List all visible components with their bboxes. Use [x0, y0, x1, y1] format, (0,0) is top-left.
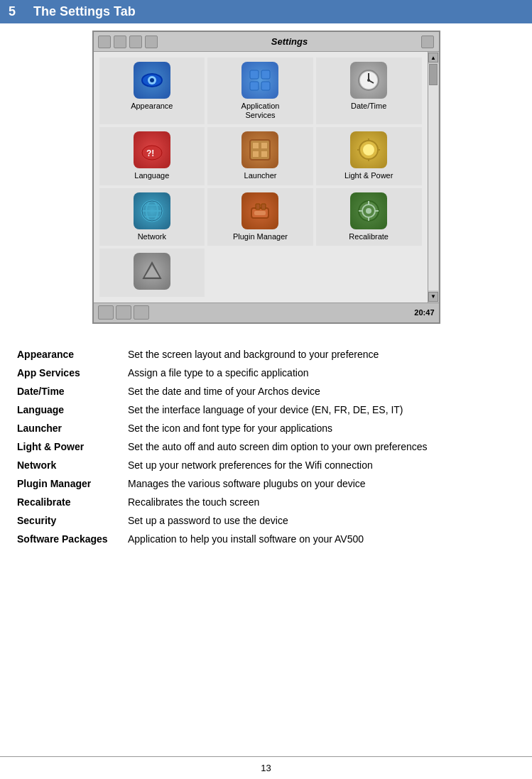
- definition-row: Date/TimeSet the date and time of your A…: [14, 382, 518, 401]
- appearance-icon: [134, 62, 170, 99]
- svg-rect-5: [250, 82, 259, 90]
- bottom-icon-3: [134, 305, 149, 320]
- recalibrate-label: Recalibrate: [349, 232, 389, 241]
- language-icon: ?!: [134, 131, 170, 168]
- settings-item-launcher[interactable]: Launcher: [207, 127, 313, 185]
- svg-point-11: [367, 79, 370, 82]
- bottom-left-icons: [98, 305, 149, 320]
- page-wrapper: 5 The Settings Tab Settings: [0, 0, 532, 779]
- settings-item-recalibrate[interactable]: Recalibrate: [316, 188, 422, 246]
- extra1-icon: [134, 253, 170, 290]
- screen-main: Appearance Applicat: [94, 52, 428, 303]
- settings-item-language[interactable]: ?! Language: [99, 127, 205, 185]
- scrollbar-down-button[interactable]: ▼: [428, 292, 438, 302]
- svg-rect-32: [256, 204, 260, 209]
- page-footer: 13: [0, 756, 532, 779]
- svg-point-20: [363, 144, 374, 156]
- definition-row: Plugin ManagerManages the various softwa…: [14, 474, 518, 493]
- launcher-label: Launcher: [244, 171, 277, 180]
- bottom-icon-2: [116, 305, 131, 320]
- svg-rect-15: [253, 143, 259, 148]
- device-screen: Settings: [92, 31, 440, 324]
- definition-desc: Assign a file type to a specific applica…: [121, 364, 518, 382]
- definition-desc: Set the date and time of your Archos dev…: [121, 382, 518, 401]
- settings-item-extra1[interactable]: [99, 249, 205, 297]
- definitions-table: AppearanceSet the screen layout and back…: [14, 345, 518, 548]
- svg-text:?!: ?!: [146, 148, 154, 158]
- definition-row: SecuritySet up a password to use the dev…: [14, 511, 518, 530]
- appservices-label: ApplicationServices: [241, 102, 280, 120]
- settings-item-datetime[interactable]: Date/Time: [316, 58, 422, 124]
- language-label: Language: [134, 171, 169, 180]
- page-title: The Settings Tab: [33, 4, 136, 18]
- definition-desc: Manages the various software plugubs on …: [121, 474, 518, 493]
- definition-row: Software PackagesApplication to help you…: [14, 530, 518, 548]
- content-area: AppearanceSet the screen layout and back…: [0, 338, 532, 562]
- definition-desc: Recalibrates the touch screen: [121, 493, 518, 511]
- bottom-icon-1: [98, 305, 114, 320]
- pluginmgr-label: Plugin Manager: [233, 232, 288, 241]
- lightpower-icon: [350, 131, 387, 168]
- network-label: Network: [138, 232, 166, 241]
- svg-rect-17: [253, 151, 259, 157]
- definition-term: Launcher: [14, 419, 121, 437]
- settings-item-appearance[interactable]: Appearance: [99, 58, 205, 124]
- svg-point-2: [150, 78, 154, 82]
- screen-bottom-bar: 20:47: [94, 303, 439, 322]
- screen-title: Settings: [271, 36, 308, 47]
- definition-desc: Application to help you install software…: [121, 530, 518, 548]
- definition-desc: Set up a password to use the device: [121, 511, 518, 530]
- scrollbar-thumb[interactable]: [429, 64, 438, 85]
- screen-titlebar: Settings: [94, 32, 439, 52]
- definition-term: Network: [14, 456, 121, 474]
- svg-rect-18: [261, 151, 267, 157]
- scrollbar-track: [428, 64, 438, 290]
- definition-desc: Set the icon and font type for your appl…: [121, 419, 518, 437]
- titlebar-icon-right: [421, 36, 434, 48]
- recalibrate-icon: [350, 192, 387, 229]
- svg-rect-33: [261, 204, 266, 209]
- definition-row: NetworkSet up your network preferences f…: [14, 456, 518, 474]
- svg-rect-34: [254, 211, 266, 215]
- page-number: 13: [261, 763, 271, 773]
- settings-item-appservices[interactable]: ApplicationServices: [207, 58, 313, 124]
- appservices-icon: [241, 62, 278, 99]
- definition-desc: Set the interface language of your devic…: [121, 401, 518, 419]
- svg-rect-4: [261, 70, 270, 79]
- titlebar-left-icons: [98, 36, 158, 48]
- datetime-label: Date/Time: [351, 102, 386, 111]
- definition-row: LauncherSet the icon and font type for y…: [14, 419, 518, 437]
- definition-term: Date/Time: [14, 382, 121, 401]
- launcher-icon: [241, 131, 278, 168]
- lightpower-label: Light & Power: [344, 171, 393, 180]
- screenshot-container: Settings: [14, 31, 518, 324]
- titlebar-icon-1: [98, 36, 111, 48]
- appearance-label: Appearance: [131, 102, 173, 111]
- definition-row: AppearanceSet the screen layout and back…: [14, 345, 518, 364]
- screen-content: Appearance Applicat: [94, 52, 428, 303]
- definition-term: Light & Power: [14, 437, 121, 456]
- definition-desc: Set up your network preferences for the …: [121, 456, 518, 474]
- bottom-time: 20:47: [414, 308, 434, 317]
- screen-wrapper: Appearance Applicat: [94, 52, 439, 303]
- network-icon: [134, 192, 170, 229]
- definition-term: Software Packages: [14, 530, 121, 548]
- definition-row: LanguageSet the interface language of yo…: [14, 401, 518, 419]
- svg-rect-6: [261, 82, 270, 90]
- svg-point-37: [366, 208, 371, 214]
- settings-item-pluginmgr[interactable]: Plugin Manager: [207, 188, 313, 246]
- scrollbar[interactable]: ▲ ▼: [428, 52, 439, 303]
- definition-row: App ServicesAssign a file type to a spec…: [14, 364, 518, 382]
- svg-rect-16: [261, 143, 267, 148]
- scrollbar-up-button[interactable]: ▲: [428, 53, 438, 62]
- titlebar-icon-3: [129, 36, 142, 48]
- settings-item-network[interactable]: Network: [99, 188, 205, 246]
- page-header: 5 The Settings Tab: [0, 0, 532, 23]
- settings-item-lightpower[interactable]: Light & Power: [316, 127, 422, 185]
- chapter-number: 5: [9, 4, 16, 18]
- definition-row: Light & PowerSet the auto off and auto s…: [14, 437, 518, 456]
- definition-term: App Services: [14, 364, 121, 382]
- titlebar-icon-4: [145, 36, 158, 48]
- definition-desc: Set the screen layout and background to …: [121, 345, 518, 364]
- definition-term: Language: [14, 401, 121, 419]
